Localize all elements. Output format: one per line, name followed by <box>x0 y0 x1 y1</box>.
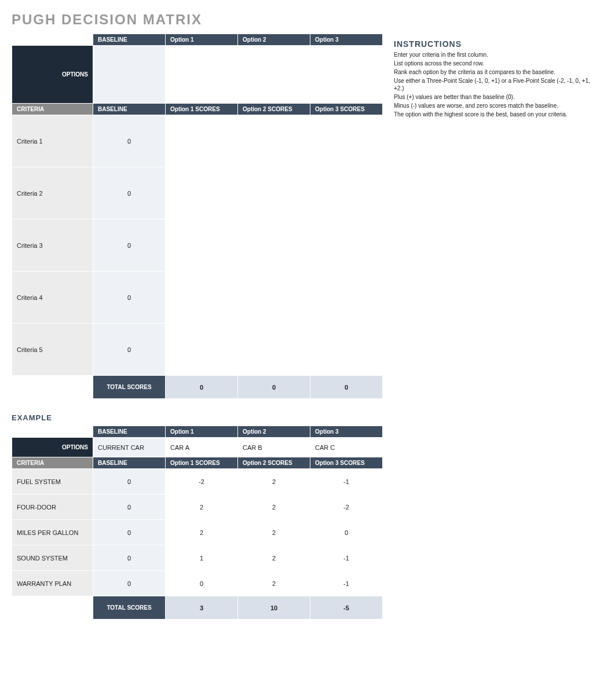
option2-header: Option 2 <box>238 34 310 46</box>
baseline-header: BASELINE <box>93 426 166 438</box>
total-score: 0 <box>238 376 310 399</box>
score1-header: Option 1 SCORES <box>166 457 238 469</box>
baseline-score-header: BASELINE <box>93 457 166 469</box>
criteria-row: FOUR-DOOR 0 2 2 -2 <box>12 494 383 520</box>
example-heading: EXAMPLE <box>12 413 382 422</box>
criteria-name: WARRANTY PLAN <box>12 571 93 596</box>
criteria-name[interactable]: Criteria 2 <box>12 167 93 219</box>
criteria-score: 0 <box>310 520 383 545</box>
criteria-name: MILES PER GALLON <box>12 520 93 545</box>
criteria-score: -1 <box>310 469 383 494</box>
criteria-baseline: 0 <box>93 219 166 272</box>
example-matrix: BASELINE Option 1 Option 2 Option 3 OPTI… <box>12 426 383 620</box>
criteria-baseline: 0 <box>93 520 166 545</box>
option3-value: CAR C <box>310 438 383 457</box>
criteria-baseline: 0 <box>93 272 166 324</box>
criteria-score: -2 <box>166 469 238 494</box>
criteria-score: 2 <box>238 520 310 545</box>
criteria-score[interactable] <box>166 115 238 167</box>
criteria-label: CRITERIA <box>12 104 93 115</box>
criteria-label: CRITERIA <box>12 457 93 469</box>
total-score: -5 <box>310 596 383 620</box>
criteria-score: 2 <box>238 469 310 494</box>
criteria-score: 0 <box>166 571 238 596</box>
total-label: TOTAL SCORES <box>93 596 166 620</box>
criteria-row: Criteria 5 0 <box>12 324 383 376</box>
score3-header: Option 3 SCORES <box>310 104 383 115</box>
criteria-score: 2 <box>238 571 310 596</box>
criteria-score: -2 <box>310 494 383 520</box>
criteria-baseline: 0 <box>93 115 166 167</box>
option1-header: Option 1 <box>166 34 238 46</box>
total-score: 0 <box>166 376 238 399</box>
total-score: 10 <box>238 596 310 620</box>
criteria-row: WARRANTY PLAN 0 0 2 -1 <box>12 571 383 596</box>
criteria-score[interactable] <box>238 167 310 219</box>
instructions-title: INSTRUCTIONS <box>394 39 599 49</box>
criteria-score[interactable] <box>310 324 383 376</box>
option1-value[interactable] <box>166 46 238 104</box>
criteria-name[interactable]: Criteria 3 <box>12 219 93 272</box>
criteria-row: Criteria 1 0 <box>12 115 383 167</box>
totals-row: TOTAL SCORES 3 10 -5 <box>12 596 383 620</box>
main-matrix: BASELINE Option 1 Option 2 Option 3 OPTI… <box>12 34 383 399</box>
criteria-score: 1 <box>166 545 238 571</box>
criteria-baseline: 0 <box>93 571 166 596</box>
criteria-baseline: 0 <box>93 469 166 494</box>
score1-header: Option 1 SCORES <box>166 104 238 115</box>
criteria-row: SOUND SYSTEM 0 1 2 -1 <box>12 545 383 571</box>
score2-header: Option 2 SCORES <box>238 104 310 115</box>
criteria-header-row: CRITERIA BASELINE Option 1 SCORES Option… <box>12 457 383 469</box>
criteria-row: Criteria 4 0 <box>12 272 383 324</box>
criteria-name[interactable]: Criteria 4 <box>12 272 93 324</box>
baseline-option[interactable] <box>93 46 166 104</box>
total-score: 3 <box>166 596 238 620</box>
criteria-score[interactable] <box>166 272 238 324</box>
criteria-name[interactable]: Criteria 5 <box>12 324 93 376</box>
criteria-score[interactable] <box>310 272 383 324</box>
instructions-panel: INSTRUCTIONS Enter your criteria in the … <box>394 34 599 119</box>
option2-header: Option 2 <box>238 426 310 438</box>
criteria-score[interactable] <box>310 167 383 219</box>
criteria-baseline: 0 <box>93 545 166 571</box>
option-header-row: BASELINE Option 1 Option 2 Option 3 <box>12 34 383 46</box>
criteria-score[interactable] <box>166 167 238 219</box>
criteria-score[interactable] <box>310 115 383 167</box>
criteria-name: FOUR-DOOR <box>12 494 93 520</box>
criteria-name[interactable]: Criteria 1 <box>12 115 93 167</box>
criteria-header-row: CRITERIA BASELINE Option 1 SCORES Option… <box>12 104 383 115</box>
criteria-score: 2 <box>166 520 238 545</box>
criteria-row: Criteria 2 0 <box>12 167 383 219</box>
criteria-score[interactable] <box>238 219 310 272</box>
instruction-line: Plus (+) values are better than the base… <box>394 93 599 101</box>
option1-value: CAR A <box>166 438 238 457</box>
instruction-line: Enter your criteria in the first column. <box>394 51 599 58</box>
instruction-line: Rank each option by the criteria as it c… <box>394 68 599 76</box>
criteria-name: SOUND SYSTEM <box>12 545 93 571</box>
option3-value[interactable] <box>310 46 383 104</box>
option2-value[interactable] <box>238 46 310 104</box>
options-row: OPTIONS <box>12 46 383 104</box>
criteria-score[interactable] <box>238 324 310 376</box>
criteria-score[interactable] <box>238 272 310 324</box>
options-label: OPTIONS <box>12 438 93 457</box>
criteria-baseline: 0 <box>93 324 166 376</box>
baseline-header: BASELINE <box>93 34 166 46</box>
option1-header: Option 1 <box>166 426 238 438</box>
option-header-row: BASELINE Option 1 Option 2 Option 3 <box>12 426 383 438</box>
criteria-score[interactable] <box>310 219 383 272</box>
criteria-score[interactable] <box>166 219 238 272</box>
criteria-score[interactable] <box>238 115 310 167</box>
score2-header: Option 2 SCORES <box>238 457 310 469</box>
page-title: PUGH DECISION MATRIX <box>12 12 599 28</box>
instruction-line: The option with the highest score is the… <box>394 111 599 118</box>
criteria-score: -1 <box>310 545 383 571</box>
option3-header: Option 3 <box>310 426 383 438</box>
total-score: 0 <box>310 376 383 399</box>
criteria-score[interactable] <box>166 324 238 376</box>
criteria-name: FUEL SYSTEM <box>12 469 93 494</box>
option3-header: Option 3 <box>310 34 383 46</box>
criteria-score: 2 <box>238 494 310 520</box>
baseline-score-header: BASELINE <box>93 104 166 115</box>
criteria-score: 2 <box>238 545 310 571</box>
